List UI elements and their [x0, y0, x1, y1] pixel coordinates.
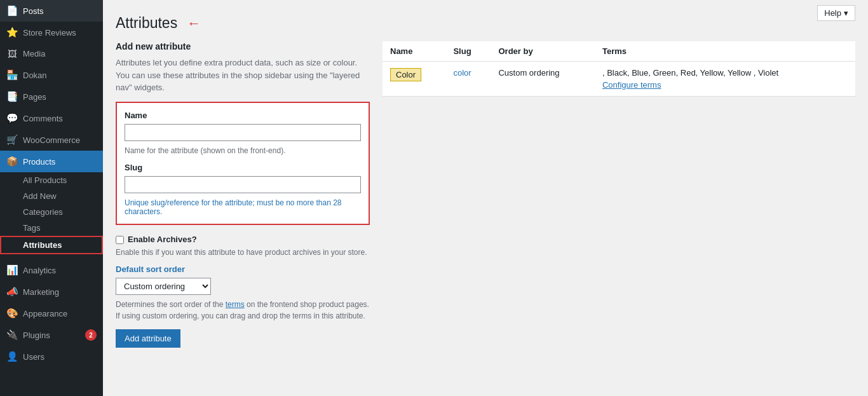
- store-reviews-icon: ⭐: [6, 27, 18, 38]
- two-column-layout: Add new attribute Attributes let you def…: [116, 41, 855, 348]
- sidebar-sub-categories[interactable]: Categories: [0, 204, 103, 220]
- plugins-icon: 🔌: [6, 329, 18, 341]
- sidebar-item-analytics[interactable]: 📊 Analytics: [0, 259, 103, 281]
- sidebar-item-plugins[interactable]: 🔌 Plugins 2: [0, 324, 103, 346]
- pages-icon: 📑: [6, 91, 18, 102]
- slug-field-group: Slug Unique slug/reference for the attri…: [125, 163, 361, 216]
- page-title-row: Attributes ←: [116, 15, 855, 32]
- name-field-group: Name Name for the attribute (shown on th…: [125, 111, 361, 155]
- posts-icon: 📄: [6, 5, 18, 17]
- right-column: Name Slug Order by Terms Color co: [383, 41, 855, 348]
- sort-order-group: Default sort order Custom ordering Name …: [116, 264, 370, 322]
- media-icon: 🖼: [6, 48, 18, 59]
- marketing-icon: 📣: [6, 286, 18, 297]
- form-section-title: Add new attribute: [116, 41, 370, 51]
- slug-input[interactable]: [125, 176, 361, 193]
- sidebar-item-products[interactable]: 📦 Products: [0, 151, 103, 172]
- analytics-icon: 📊: [6, 264, 18, 276]
- enable-archives-label[interactable]: Enable Archives?: [128, 235, 197, 244]
- users-icon: 👤: [6, 351, 18, 362]
- left-column: Add new attribute Attributes let you def…: [116, 41, 370, 348]
- enable-archives-desc: Enable this if you want this attribute t…: [116, 248, 370, 257]
- row-slug-cell: color: [445, 62, 491, 97]
- add-attribute-button[interactable]: Add attribute: [116, 329, 180, 348]
- table-row: Color color Custom ordering , Black, Blu…: [383, 62, 855, 97]
- comments-icon: 💬: [6, 113, 18, 124]
- woocommerce-icon: 🛒: [6, 134, 18, 146]
- sidebar-item-dokan[interactable]: 🏪 Dokan: [0, 64, 103, 86]
- sort-order-select[interactable]: Custom ordering Name Name (numeric) Term…: [116, 278, 211, 295]
- page-title: Attributes: [116, 15, 177, 32]
- name-label: Name: [125, 111, 361, 120]
- back-arrow-icon: ←: [187, 15, 201, 32]
- enable-archives-checkbox[interactable]: [116, 236, 124, 244]
- sidebar-sub-add-new[interactable]: Add New: [0, 188, 103, 204]
- row-order-cell: Custom ordering: [491, 62, 594, 97]
- terms-link[interactable]: terms: [226, 300, 245, 309]
- sidebar-item-media[interactable]: 🖼 Media: [0, 43, 103, 64]
- sidebar-sub-attributes[interactable]: Attributes: [0, 236, 103, 254]
- sidebar-item-store-reviews[interactable]: ⭐ Store Reviews: [0, 22, 103, 43]
- sidebar-item-marketing[interactable]: 📣 Marketing: [0, 281, 103, 303]
- sidebar-item-posts[interactable]: 📄 Posts: [0, 0, 103, 22]
- products-icon: 📦: [6, 156, 18, 167]
- attributes-table: Name Slug Order by Terms Color co: [383, 41, 855, 97]
- row-terms-cell: , Black, Blue, Green, Red, Yellow, Yello…: [595, 62, 855, 97]
- sort-order-label: Default sort order: [116, 264, 370, 274]
- configure-terms-link[interactable]: Configure terms: [602, 80, 848, 90]
- main-content: Help ▾ Attributes ← Add new attribute At…: [103, 0, 868, 396]
- name-hint: Name for the attribute (shown on the fro…: [125, 146, 361, 155]
- sidebar-item-users[interactable]: 👤 Users: [0, 346, 103, 367]
- name-input[interactable]: [125, 124, 361, 141]
- attribute-form-box: Name Name for the attribute (shown on th…: [116, 102, 370, 225]
- col-name: Name: [383, 41, 445, 62]
- form-description: Attributes let you define extra product …: [116, 57, 370, 94]
- sidebar-sub-tags[interactable]: Tags: [0, 220, 103, 236]
- appearance-icon: 🎨: [6, 308, 18, 319]
- table-header-row: Name Slug Order by Terms: [383, 41, 855, 62]
- help-button[interactable]: Help ▾: [817, 5, 855, 21]
- sidebar-sub-all-products[interactable]: All Products: [0, 172, 103, 188]
- col-order-by: Order by: [491, 41, 594, 62]
- col-slug: Slug: [445, 41, 491, 62]
- sidebar-item-appearance[interactable]: 🎨 Appearance: [0, 303, 103, 324]
- sidebar-item-pages[interactable]: 📑 Pages: [0, 86, 103, 107]
- attribute-name-badge[interactable]: Color: [390, 68, 421, 81]
- col-terms: Terms: [595, 41, 855, 62]
- sidebar-item-comments[interactable]: 💬 Comments: [0, 107, 103, 129]
- row-name-cell: Color: [383, 62, 445, 97]
- sidebar: 📄 Posts ⭐ Store Reviews 🖼 Media 🏪 Dokan …: [0, 0, 103, 396]
- page-content: Attributes ← Add new attribute Attribute…: [103, 5, 868, 396]
- sort-desc: Determines the sort order of the terms o…: [116, 299, 370, 322]
- slug-hint: Unique slug/reference for the attribute;…: [125, 198, 361, 216]
- slug-label: Slug: [125, 163, 361, 172]
- plugins-badge: 2: [85, 329, 97, 341]
- sidebar-item-woocommerce[interactable]: 🛒 WooCommerce: [0, 129, 103, 151]
- dokan-icon: 🏪: [6, 69, 18, 81]
- enable-archives-row: Enable Archives?: [116, 235, 370, 244]
